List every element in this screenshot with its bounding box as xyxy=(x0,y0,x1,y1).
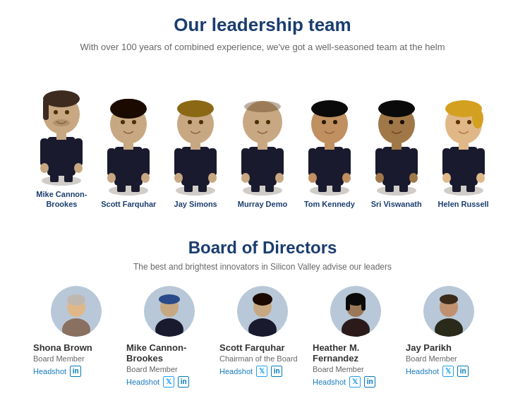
headshot-link-scott[interactable]: Headshot xyxy=(219,367,253,376)
svg-point-56 xyxy=(255,120,259,124)
svg-point-58 xyxy=(310,186,349,196)
svg-point-44 xyxy=(199,120,203,124)
svg-rect-33 xyxy=(181,147,210,186)
svg-point-0 xyxy=(42,176,81,186)
board-member-role-mike: Board Member xyxy=(126,365,178,373)
svg-rect-6 xyxy=(50,174,59,182)
svg-rect-47 xyxy=(241,148,250,176)
avatar-heather xyxy=(330,286,381,337)
linkedin-icon-mike[interactable]: in xyxy=(178,376,189,388)
svg-rect-106 xyxy=(159,298,179,301)
svg-rect-91 xyxy=(466,184,475,192)
board-member-links-jay-parikh: Headshot 𝕏 in xyxy=(406,366,469,377)
svg-point-111 xyxy=(253,296,262,304)
board-section: Board of Directors The best and brightes… xyxy=(28,231,497,388)
page-wrapper: Our leadership team With over 100 years … xyxy=(0,0,525,409)
headshot-link-mike[interactable]: Headshot xyxy=(126,378,159,386)
leader-name-scott-f: Scott Farquhar xyxy=(101,199,156,209)
leader-mike-cb: Mike Cannon-Brookes xyxy=(28,66,95,210)
board-member-role-heather: Board Member xyxy=(313,365,364,373)
svg-point-76 xyxy=(409,173,418,183)
svg-point-14 xyxy=(53,119,70,126)
twitter-icon-heather[interactable]: 𝕏 xyxy=(349,376,361,388)
svg-point-12 xyxy=(54,110,58,114)
linkedin-icon-jay-parikh[interactable]: in xyxy=(457,366,469,377)
svg-rect-1 xyxy=(47,137,76,176)
svg-rect-46 xyxy=(248,147,277,186)
svg-rect-3 xyxy=(74,138,83,167)
bobblehead-helen-r xyxy=(435,76,492,196)
svg-point-42 xyxy=(177,100,214,117)
bobblehead-tom-k xyxy=(301,76,358,196)
svg-rect-65 xyxy=(332,184,341,192)
headshot-link-heather[interactable]: Headshot xyxy=(313,378,346,386)
bobblehead-row: Mike Cannon-Brookes xyxy=(28,66,497,210)
svg-point-63 xyxy=(342,173,351,183)
svg-rect-117 xyxy=(346,299,350,311)
board-member-role-scott: Chairman of the Board xyxy=(219,354,298,363)
svg-rect-11 xyxy=(43,99,49,120)
svg-point-27 xyxy=(115,102,125,112)
svg-rect-34 xyxy=(174,148,183,176)
svg-rect-86 xyxy=(442,148,451,176)
linkedin-icon-heather[interactable]: in xyxy=(364,376,375,388)
avatar-shona xyxy=(51,286,102,337)
svg-point-122 xyxy=(440,294,458,304)
svg-point-29 xyxy=(132,102,142,112)
leader-name-helen-r: Helen Russell xyxy=(438,199,489,209)
twitter-icon-scott[interactable]: 𝕏 xyxy=(256,366,267,377)
svg-point-36 xyxy=(174,173,183,183)
svg-rect-87 xyxy=(476,148,485,176)
board-member-name-mike: Mike Cannon-Brookes xyxy=(126,342,212,364)
svg-point-82 xyxy=(389,120,393,124)
headshot-link-jay-parikh[interactable]: Headshot xyxy=(406,367,439,376)
bobblehead-scott-f xyxy=(100,76,157,196)
bobblehead-sri-v xyxy=(368,76,425,196)
board-member-mike: Mike Cannon-Brookes Board Member Headsho… xyxy=(126,286,212,388)
svg-point-71 xyxy=(377,186,416,196)
board-member-name-jay-parikh: Jay Parikh xyxy=(406,342,452,353)
board-subtitle: The best and brightest innovators in Sil… xyxy=(28,262,497,272)
board-members-row: Shona Brown Board Member Headshot in xyxy=(28,286,497,388)
leader-name-murray-d: Murray Demo xyxy=(238,199,287,209)
svg-rect-78 xyxy=(399,184,408,192)
svg-rect-2 xyxy=(40,138,49,167)
leadership-subtitle: With over 100 years of combined experien… xyxy=(28,42,497,52)
board-member-scott: Scott Farquhar Chairman of the Board Hea… xyxy=(219,286,306,377)
svg-point-84 xyxy=(444,186,483,196)
headshot-link-shona[interactable]: Headshot xyxy=(33,367,66,376)
board-title: Board of Directors xyxy=(28,238,497,258)
leader-jay-s: Jay Simons xyxy=(162,76,229,209)
svg-point-15 xyxy=(109,186,148,196)
leadership-section: Our leadership team With over 100 years … xyxy=(28,14,497,210)
svg-rect-64 xyxy=(318,184,327,192)
svg-point-88 xyxy=(442,173,451,183)
svg-rect-74 xyxy=(409,148,418,176)
svg-rect-51 xyxy=(251,184,260,192)
board-member-heather: Heather M. Fernandez Board Member Headsh… xyxy=(313,286,399,388)
board-member-links-mike: Headshot 𝕏 in xyxy=(126,376,189,388)
linkedin-icon-scott[interactable]: in xyxy=(271,366,282,377)
linkedin-icon-shona[interactable]: in xyxy=(70,366,81,377)
board-member-name-shona: Shona Brown xyxy=(33,342,92,353)
svg-point-28 xyxy=(123,100,133,109)
svg-point-112 xyxy=(263,296,272,304)
leader-murray-d: Murray Demo xyxy=(229,76,296,209)
svg-point-43 xyxy=(188,120,192,124)
leader-name-tom-k: Tom Kennedy xyxy=(304,199,355,209)
twitter-icon-mike[interactable]: 𝕏 xyxy=(163,376,174,388)
bobblehead-murray-d xyxy=(234,76,291,196)
svg-rect-22 xyxy=(131,184,140,192)
svg-rect-21 xyxy=(117,184,126,192)
leader-sri-v: Sri Viswanath xyxy=(363,76,430,209)
svg-point-69 xyxy=(322,120,326,124)
svg-point-4 xyxy=(40,163,49,173)
board-member-jay-parikh: Jay Parikh Board Member Headshot 𝕏 in xyxy=(406,286,492,377)
svg-point-5 xyxy=(74,163,83,173)
svg-point-75 xyxy=(375,173,384,183)
leadership-title: Our leadership team xyxy=(28,14,497,36)
board-member-name-scott: Scott Farquhar xyxy=(219,342,284,353)
twitter-icon-jay-parikh[interactable]: 𝕏 xyxy=(442,366,454,377)
svg-point-19 xyxy=(107,173,116,183)
svg-rect-85 xyxy=(449,147,478,186)
